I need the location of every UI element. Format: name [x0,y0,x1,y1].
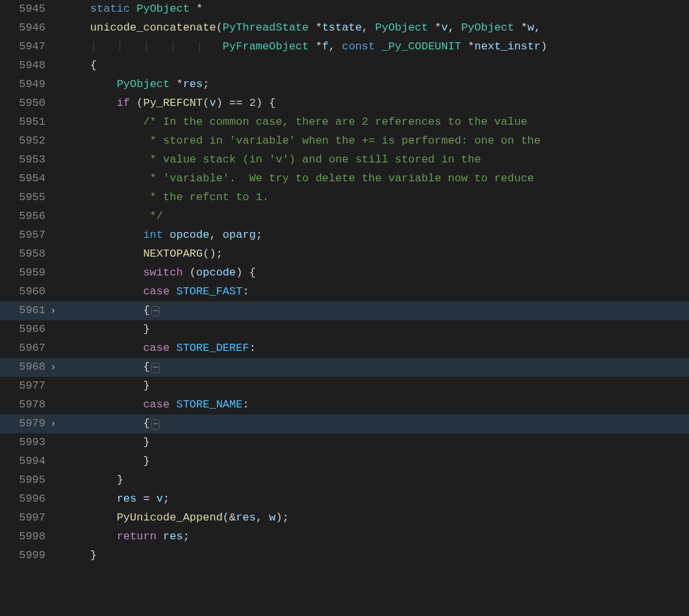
code-content[interactable]: switch (opcode) { [64,264,689,283]
code-line[interactable]: 5955 * the refcnt to 1. [0,188,689,207]
code-content[interactable]: PyUnicode_Append(&res, w); [64,509,689,528]
line-number: 5968 [0,358,49,377]
code-line[interactable]: 5945 static PyObject * [0,0,689,19]
gutter: 5956 [0,207,64,226]
code-line[interactable]: 5967 case STORE_DEREF: [0,339,689,358]
line-number: 5977 [0,377,49,396]
code-line[interactable]: 5949 PyObject *res; [0,75,689,94]
code-content[interactable]: {⋯ [64,358,689,377]
line-number: 5993 [0,433,49,452]
line-number: 5953 [0,151,49,170]
code-content[interactable]: | | | | | PyFrameObject *f, const _Py_CO… [64,38,689,57]
code-content[interactable]: */ [64,207,689,226]
code-line[interactable]: 5977 } [0,377,689,396]
code-content[interactable]: static PyObject * [64,0,689,19]
code-line[interactable]: 5950 if (Py_REFCNT(v) == 2) { [0,94,689,113]
code-editor[interactable]: 5945 static PyObject *5946 unicode_conca… [0,0,689,616]
code-content[interactable]: } [64,546,689,565]
code-content[interactable]: {⋯ [64,302,689,320]
gutter: 5966 [0,320,64,339]
gutter: 5949 [0,75,64,94]
code-line[interactable]: 5946 unicode_concatenate(PyThreadState *… [0,19,689,38]
code-line[interactable]: 5995 } [0,471,689,490]
code-line[interactable]: 5957 int opcode, oparg; [0,226,689,245]
line-number: 5949 [0,75,49,94]
gutter: 5994 [0,452,64,471]
code-content[interactable]: unicode_concatenate(PyThreadState *tstat… [64,19,689,38]
gutter: 5967 [0,339,64,358]
code-line[interactable]: 5997 PyUnicode_Append(&res, w); [0,509,689,528]
code-content[interactable]: * the refcnt to 1. [64,188,689,207]
code-content[interactable]: if (Py_REFCNT(v) == 2) { [64,94,689,113]
gutter: 5997 [0,509,64,528]
code-content[interactable]: { [64,57,689,75]
code-line[interactable]: 5993 } [0,433,689,452]
code-content[interactable]: PyObject *res; [64,75,689,94]
code-line[interactable]: 5966 } [0,320,689,339]
line-number: 5960 [0,283,49,302]
code-line[interactable]: 5947 | | | | | PyFrameObject *f, const _… [0,38,689,57]
gutter: 5995 [0,471,64,490]
code-content[interactable]: case STORE_DEREF: [64,339,689,358]
code-line[interactable]: 5994 } [0,452,689,471]
gutter: 5977 [0,377,64,396]
line-number: 5994 [0,452,49,471]
gutter: 5960 [0,283,64,302]
code-line[interactable]: 5979› {⋯ [0,415,689,433]
code-line[interactable]: 5968› {⋯ [0,358,689,377]
code-line[interactable]: 5960 case STORE_FAST: [0,283,689,302]
line-number: 5997 [0,509,49,528]
code-line[interactable]: 5954 * 'variable'. We try to delete the … [0,170,689,188]
gutter: 5953 [0,151,64,170]
code-line[interactable]: 5952 * stored in 'variable' when the += … [0,132,689,151]
code-line[interactable]: 5953 * value stack (in 'v') and one stil… [0,151,689,170]
line-number: 5950 [0,94,49,113]
code-content[interactable]: } [64,377,689,396]
code-content[interactable]: case STORE_NAME: [64,396,689,415]
gutter: 5945 [0,0,64,19]
gutter: 5952 [0,132,64,151]
line-number: 5951 [0,113,49,132]
code-line[interactable]: 5958 NEXTOPARG(); [0,245,689,264]
code-line[interactable]: 5959 switch (opcode) { [0,264,689,283]
line-number: 5996 [0,490,49,509]
code-content[interactable]: /* In the common case, there are 2 refer… [64,113,689,132]
code-content[interactable]: * 'variable'. We try to delete the varia… [64,170,689,188]
line-number: 5946 [0,19,49,38]
line-number: 5967 [0,339,49,358]
line-number: 5959 [0,264,49,283]
line-number: 5947 [0,38,49,57]
code-content[interactable]: * stored in 'variable' when the += is pe… [64,132,689,151]
code-content[interactable]: } [64,471,689,490]
line-number: 5979 [0,415,49,433]
code-line[interactable]: 5996 res = v; [0,490,689,509]
line-number: 5948 [0,57,49,75]
line-number: 5956 [0,207,49,226]
code-content[interactable]: } [64,433,689,452]
code-line[interactable]: 5956 */ [0,207,689,226]
line-number: 5952 [0,132,49,151]
line-number: 5945 [0,0,49,19]
code-content[interactable]: return res; [64,528,689,546]
gutter: 5947 [0,38,64,57]
code-content[interactable]: } [64,452,689,471]
code-content[interactable]: case STORE_FAST: [64,283,689,302]
code-content[interactable]: * value stack (in 'v') and one still sto… [64,151,689,170]
code-line[interactable]: 5948 { [0,57,689,75]
code-line[interactable]: 5951 /* In the common case, there are 2 … [0,113,689,132]
code-line[interactable]: 5998 return res; [0,528,689,546]
code-line[interactable]: 5978 case STORE_NAME: [0,396,689,415]
code-content[interactable]: res = v; [64,490,689,509]
line-number: 5955 [0,188,49,207]
code-line[interactable]: 5999 } [0,546,689,565]
gutter: 5999 [0,546,64,565]
fold-toggle-icon[interactable]: › [49,303,57,319]
fold-toggle-icon[interactable]: › [49,417,57,432]
code-content[interactable]: int opcode, oparg; [64,226,689,245]
code-content[interactable]: } [64,320,689,339]
fold-toggle-icon[interactable]: › [49,360,57,376]
gutter: 5958 [0,245,64,264]
code-content[interactable]: {⋯ [64,415,689,433]
code-content[interactable]: NEXTOPARG(); [64,245,689,264]
code-line[interactable]: 5961› {⋯ [0,302,689,320]
